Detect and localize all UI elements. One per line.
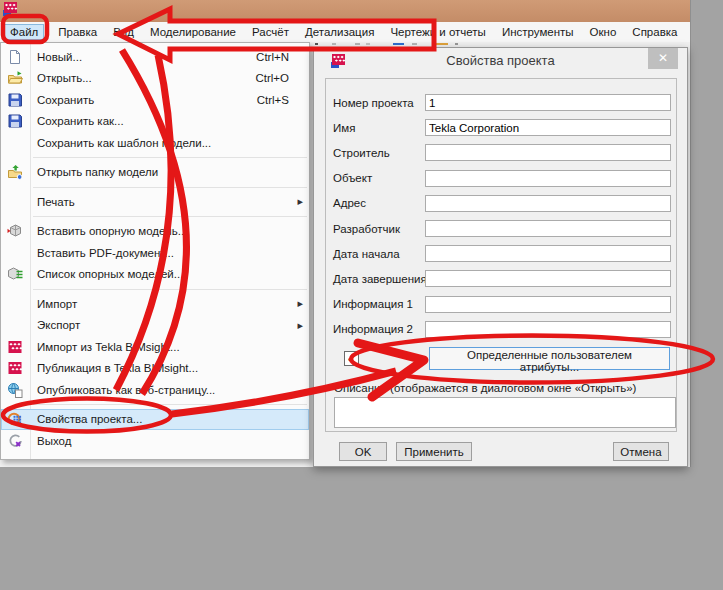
menu-item-label: Список опорных моделей...: [37, 268, 183, 280]
ok-button[interactable]: OK: [339, 442, 387, 461]
menubar-item-view[interactable]: Вид: [111, 24, 136, 40]
field-label-start-date: Дата начала: [333, 248, 425, 260]
user-defined-attributes-button[interactable]: Определенные пользователем атрибуты...: [429, 347, 670, 370]
menu-item-label: Выход: [37, 435, 71, 447]
field-input-info-1[interactable]: [425, 296, 671, 313]
menu-item-label: Сохранить как шаблон модели...: [37, 137, 211, 149]
menu-item-label: Открыть...: [37, 72, 92, 84]
menubar-item-analysis[interactable]: Расчёт: [250, 24, 291, 40]
menu-item-import[interactable]: Импорт▸: [1, 293, 309, 315]
field-input-builder[interactable]: [425, 144, 671, 161]
field-row-info-1: Информация 1: [333, 292, 676, 317]
field-label-builder: Строитель: [333, 147, 425, 159]
field-label-project-number: Номер проекта: [333, 97, 425, 109]
field-input-project-number[interactable]: [425, 94, 671, 111]
field-label-object: Объект: [333, 172, 425, 184]
field-input-designer[interactable]: [425, 220, 671, 237]
menubar-item-detailing[interactable]: Детализация: [303, 24, 376, 40]
field-label-info-1: Информация 1: [333, 298, 425, 310]
field-label-info-2: Информация 2: [333, 323, 425, 335]
dialog-title: Свойства проекта: [314, 48, 687, 74]
menu-separator: [33, 404, 307, 405]
menu-item-label: Экспорт: [37, 319, 80, 331]
project-properties-dialog: Свойства проекта ✕ Номер проектаИмяСтрои…: [313, 47, 688, 467]
exit-icon: [1, 433, 29, 449]
menu-item-open[interactable]: Открыть...Ctrl+O: [1, 68, 309, 90]
menu-item-label: Свойства проекта...: [37, 413, 142, 425]
toolbar-fragment: [393, 43, 404, 45]
field-row-builder: Строитель: [333, 140, 676, 165]
menu-item-export[interactable]: Экспорт▸: [1, 315, 309, 337]
field-row-object: Объект: [333, 166, 676, 191]
menu-item-label: Сохранить как...: [37, 115, 124, 127]
menu-item-label: Импорт: [37, 298, 77, 310]
field-label-address: Адрес: [333, 197, 425, 209]
menubar-item-tools[interactable]: Инструменты: [500, 24, 576, 40]
menu-item-open-model-folder[interactable]: Открыть папку модели: [1, 162, 309, 184]
dialog-fields-frame: Номер проектаИмяСтроительОбъектАдресРазр…: [325, 78, 677, 432]
submenu-arrow-icon: ▸: [297, 195, 303, 208]
menu-item-publish-tekla-bimsight[interactable]: Публикация в Tekla BIMsight...: [1, 358, 309, 380]
field-input-info-2[interactable]: [425, 321, 671, 338]
desktop: ФайлПравкаВидМоделированиеРасчётДетализа…: [0, 0, 723, 590]
menu-item-label: Новый...: [37, 51, 82, 63]
menubar-item-window[interactable]: Окно: [588, 24, 619, 40]
field-input-object[interactable]: [425, 170, 671, 187]
menubar-item-help[interactable]: Справка: [630, 24, 679, 40]
dialog-fields: Номер проектаИмяСтроительОбъектАдресРазр…: [333, 90, 676, 342]
menu-item-insert-reference-model[interactable]: Вставить опорную модель...: [1, 221, 309, 243]
menu-item-import-tekla-bimsight[interactable]: Импорт из Tekla BIMsight...: [1, 336, 309, 358]
menu-item-reference-model-list[interactable]: Список опорных моделей...: [1, 264, 309, 286]
menu-item-insert-pdf-document[interactable]: Вставить PDF-документ...: [1, 242, 309, 264]
menu-item-project-properties[interactable]: Свойства проекта...: [1, 409, 309, 431]
close-icon[interactable]: ✕: [648, 48, 678, 69]
window-title-bar[interactable]: [0, 0, 690, 22]
menubar-item-modeling[interactable]: Моделирование: [148, 24, 238, 40]
menu-item-label: Сохранить: [37, 94, 94, 106]
uda-checkbox[interactable]: ✓: [344, 351, 359, 366]
apply-button[interactable]: Применить: [396, 442, 472, 461]
save-icon: [1, 92, 29, 108]
menu-item-save-as-model-template[interactable]: Сохранить как шаблон модели...: [1, 132, 309, 154]
insert-reference-model-icon: [1, 223, 29, 239]
field-input-start-date[interactable]: [425, 245, 671, 262]
submenu-arrow-icon: ▸: [297, 297, 303, 310]
toolbar-fragment: [412, 43, 417, 45]
field-row-info-2: Информация 2: [333, 317, 676, 342]
menu-item-save[interactable]: СохранитьCtrl+S: [1, 89, 309, 111]
menubar-item-drawings-reports[interactable]: Чертежи и отчеты: [388, 24, 488, 40]
tekla-logo-icon: [2, 1, 18, 17]
field-label-end-date: Дата завершения: [333, 273, 425, 285]
menubar-item-file[interactable]: Файл: [4, 24, 44, 40]
menu-item-shortcut: Ctrl+N: [256, 51, 289, 63]
menu-item-publish-web-page[interactable]: Опубликовать как веб-страницу...: [1, 379, 309, 401]
menu-separator: [33, 216, 307, 217]
tekla-bimsight-icon: [1, 360, 29, 376]
menu-item-label: Вставить PDF-документ...: [37, 247, 174, 259]
open-model-folder-icon: [1, 164, 29, 180]
menu-item-save-as[interactable]: Сохранить как...: [1, 111, 309, 133]
toolbar-fragment: [366, 43, 370, 45]
menu-item-new[interactable]: Новый...Ctrl+N: [1, 46, 309, 68]
dialog-title-bar[interactable]: Свойства проекта ✕: [314, 48, 687, 76]
field-input-address[interactable]: [425, 195, 671, 212]
publish-web-page-icon: [1, 382, 29, 398]
description-label: Описание (отображается в диалоговом окне…: [334, 382, 676, 394]
description-textarea[interactable]: [334, 397, 676, 428]
menu-item-shortcut: Ctrl+S: [257, 94, 289, 106]
field-row-project-number: Номер проекта: [333, 90, 676, 115]
menu-item-print[interactable]: Печать▸: [1, 191, 309, 213]
project-properties-icon: [1, 411, 29, 427]
toolbar-fragment: [332, 43, 336, 45]
menu-item-label: Вставить опорную модель...: [37, 225, 187, 237]
cancel-button[interactable]: Отмена: [613, 442, 669, 461]
field-row-address: Адрес: [333, 191, 676, 216]
field-row-designer: Разработчик: [333, 216, 676, 241]
menu-item-shortcut: Ctrl+O: [255, 72, 289, 84]
field-input-end-date[interactable]: [425, 270, 671, 287]
new-document-icon: [1, 49, 29, 65]
field-input-name[interactable]: [425, 119, 671, 136]
menu-item-exit[interactable]: Выход: [1, 430, 309, 452]
menubar-item-edit[interactable]: Правка: [56, 24, 99, 40]
menu-item-label: Опубликовать как веб-страницу...: [37, 384, 215, 396]
